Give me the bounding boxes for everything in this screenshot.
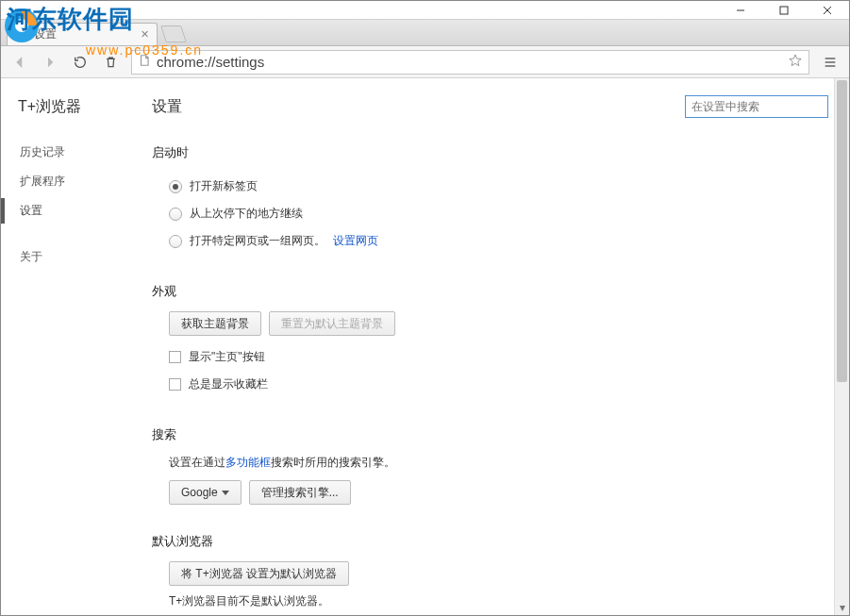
section-search: 搜索 设置在通过多功能框搜索时所用的搜索引擎。 Google 管理搜索引擎... (152, 426, 828, 505)
window-minimize-button[interactable] (719, 1, 762, 19)
scroll-down-icon[interactable]: ▾ (835, 600, 849, 615)
scrollbar-thumb[interactable] (837, 80, 847, 382)
vertical-scrollbar[interactable]: ▴ ▾ (834, 78, 849, 615)
page-title: 设置 (152, 97, 182, 117)
omnibox-link[interactable]: 多功能框 (225, 456, 271, 469)
checkbox-icon (169, 351, 181, 363)
settings-search-input[interactable] (685, 95, 828, 118)
set-pages-link[interactable]: 设置网页 (333, 233, 378, 249)
reset-theme-button[interactable]: 重置为默认主题背景 (269, 311, 395, 336)
browser-toolbar (1, 46, 849, 78)
manage-search-engines-button[interactable]: 管理搜索引擎... (249, 480, 351, 505)
window-maximize-button[interactable] (762, 1, 806, 19)
menu-button[interactable] (817, 49, 843, 75)
tab-title: 设置 (34, 26, 57, 42)
always-show-bookmarks-checkbox[interactable]: 总是显示收藏栏 (152, 371, 828, 398)
settings-sidebar: T+浏览器 历史记录 扩展程序 设置 关于 (1, 78, 142, 615)
section-default-browser: 默认浏览器 将 T+浏览器 设置为默认浏览器 T+浏览器目前不是默认浏览器。 (152, 533, 828, 609)
sidebar-item-about[interactable]: 关于 (18, 242, 142, 272)
search-description: 设置在通过多功能框搜索时所用的搜索引擎。 (152, 455, 828, 471)
section-heading: 默认浏览器 (152, 533, 828, 550)
checkbox-icon (169, 378, 181, 391)
section-appearance: 外观 获取主题背景 重置为默认主题背景 显示"主页"按钮 总是显示收藏栏 (152, 283, 828, 398)
page-icon (138, 54, 151, 70)
history-clear-icon[interactable] (97, 49, 124, 75)
tab-strip: 设置 ✕ (1, 20, 849, 46)
forward-button[interactable] (37, 49, 63, 75)
back-button[interactable] (7, 49, 33, 75)
sidebar-brand: T+浏览器 (18, 97, 142, 117)
set-default-browser-button[interactable]: 将 T+浏览器 设置为默认浏览器 (169, 561, 349, 586)
svg-rect-3 (780, 7, 788, 14)
url-input[interactable] (157, 54, 782, 70)
sidebar-item-settings[interactable]: 设置 (18, 196, 142, 225)
radio-label: 从上次停下的地方继续 (190, 206, 303, 222)
chevron-down-icon (222, 491, 229, 495)
checkbox-label: 总是显示收藏栏 (189, 376, 268, 392)
reload-button[interactable] (67, 49, 93, 75)
section-heading: 搜索 (152, 426, 828, 443)
radio-icon (169, 180, 182, 193)
radio-label: 打开特定网页或一组网页。 (190, 233, 325, 249)
show-home-button-checkbox[interactable]: 显示"主页"按钮 (152, 343, 828, 371)
search-engine-dropdown[interactable]: Google (169, 480, 242, 505)
radio-icon (169, 208, 182, 221)
settings-main: 设置 启动时 打开新标签页 从上次停下的地方继续 打开特定网页或一组网页。 设置… (142, 78, 849, 615)
section-heading: 外观 (152, 283, 828, 300)
browser-tab[interactable]: 设置 ✕ (7, 23, 158, 45)
radio-label: 打开新标签页 (190, 178, 258, 194)
sidebar-item-extensions[interactable]: 扩展程序 (18, 167, 142, 196)
section-heading: 启动时 (152, 144, 828, 161)
address-bar[interactable] (131, 50, 809, 75)
startup-option-continue[interactable]: 从上次停下的地方继续 (152, 200, 828, 227)
sidebar-item-history[interactable]: 历史记录 (18, 138, 142, 167)
new-tab-button[interactable] (160, 25, 187, 42)
get-themes-button[interactable]: 获取主题背景 (169, 311, 261, 336)
startup-option-newtab[interactable]: 打开新标签页 (152, 173, 828, 200)
startup-option-specific-pages[interactable]: 打开特定网页或一组网页。 设置网页 (152, 227, 828, 255)
bookmark-star-icon[interactable] (788, 53, 803, 71)
radio-icon (169, 235, 182, 248)
section-startup: 启动时 打开新标签页 从上次停下的地方继续 打开特定网页或一组网页。 设置网页 (152, 144, 828, 255)
wrench-icon (15, 28, 28, 42)
window-titlebar (1, 1, 849, 20)
checkbox-label: 显示"主页"按钮 (189, 349, 265, 365)
window-close-button[interactable] (806, 1, 849, 19)
default-browser-status: T+浏览器目前不是默认浏览器。 (152, 593, 828, 609)
tab-close-icon[interactable]: ✕ (141, 28, 149, 41)
